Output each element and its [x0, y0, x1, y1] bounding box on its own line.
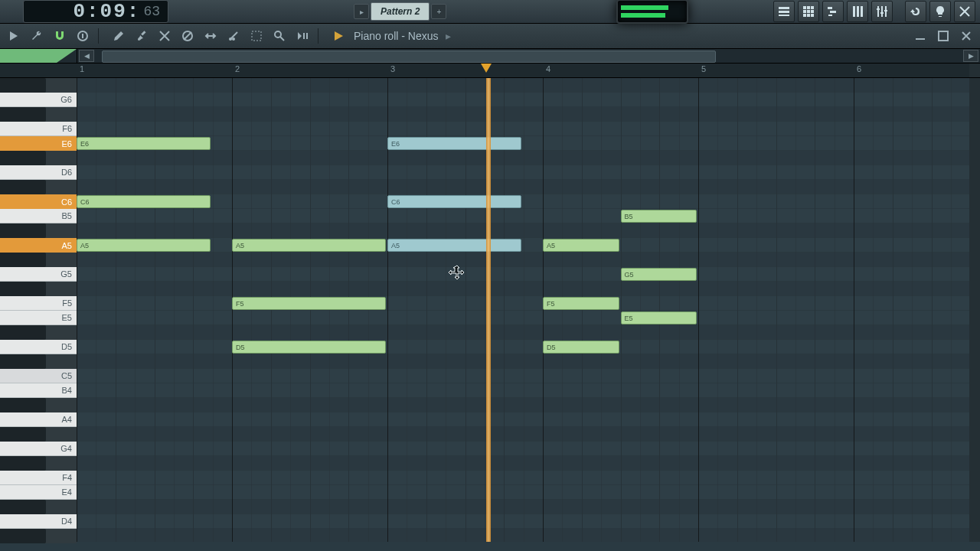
note-A5[interactable]: A5	[232, 239, 386, 252]
draw-pencil-icon[interactable]	[109, 27, 128, 45]
svg-rect-0	[779, 7, 789, 9]
note-E6[interactable]: E6	[387, 137, 521, 150]
piano-roll-top-icon[interactable]	[822, 1, 844, 22]
note-G5[interactable]: G5	[621, 268, 697, 281]
paint-brush-icon[interactable]	[132, 27, 151, 45]
svg-rect-10	[807, 14, 810, 17]
key-D4[interactable]: D4	[0, 514, 77, 529]
key-D6[interactable]: D6	[0, 165, 77, 180]
menu-triangle-icon[interactable]	[5, 27, 23, 45]
key-G5[interactable]: G5	[0, 267, 77, 282]
overview-corner[interactable]	[0, 49, 77, 63]
key-G4[interactable]: G4	[0, 442, 77, 456]
black-key[interactable]	[0, 456, 46, 471]
timeline-ruler[interactable]: 123456	[77, 64, 969, 77]
black-key[interactable]	[0, 282, 46, 296]
note-A5[interactable]: A5	[77, 239, 211, 252]
black-key[interactable]	[0, 107, 46, 122]
key-F5[interactable]: F5	[0, 296, 77, 311]
svg-rect-18	[877, 6, 879, 17]
key-E6[interactable]: E6	[0, 136, 77, 151]
black-key[interactable]	[0, 398, 46, 412]
time-display[interactable]: 0:09: 63	[23, 0, 168, 23]
bar-number: 2	[235, 64, 240, 73]
black-key[interactable]	[0, 325, 46, 340]
black-key[interactable]	[0, 151, 46, 165]
note-D5[interactable]: D5	[543, 341, 619, 354]
play-marker-icon[interactable]	[481, 64, 492, 73]
master-meter[interactable]	[616, 0, 688, 24]
overview-right-arrow[interactable]: ▶	[963, 50, 978, 62]
key-A4[interactable]: A4	[0, 412, 77, 427]
key-E5[interactable]: E5	[0, 311, 77, 325]
hint-icon[interactable]	[929, 1, 951, 22]
mixer-icon[interactable]	[871, 1, 893, 22]
step-seq-icon[interactable]	[798, 1, 819, 22]
pattern-add-button[interactable]: +	[431, 4, 446, 19]
key-F4[interactable]: F4	[0, 471, 77, 485]
svg-rect-4	[807, 6, 810, 9]
close-panel-icon[interactable]	[954, 1, 975, 22]
bar-number: 4	[546, 64, 550, 73]
pattern-name-lcd[interactable]: Pattern 2	[371, 2, 430, 21]
black-key[interactable]	[0, 427, 46, 442]
key-D5[interactable]: D5	[0, 340, 77, 354]
note-E6[interactable]: E6	[77, 137, 211, 150]
svg-rect-1	[779, 11, 789, 13]
note-F5[interactable]: F5	[543, 297, 619, 310]
note-D5[interactable]: D5	[232, 341, 386, 354]
channel-dropdown-icon[interactable]: ▸	[446, 30, 451, 42]
maximize-icon[interactable]	[934, 27, 952, 45]
playhead[interactable]	[486, 78, 491, 542]
key-F6[interactable]: F6	[0, 122, 77, 136]
svg-rect-17	[861, 6, 863, 17]
note-E5[interactable]: E5	[621, 311, 697, 324]
select-tool-icon[interactable]	[247, 27, 266, 45]
note-F5[interactable]: F5	[232, 297, 386, 310]
vertical-scrollbar[interactable]	[969, 78, 980, 542]
undo-history-icon[interactable]	[905, 1, 926, 22]
tools-wrench-icon[interactable]	[28, 27, 46, 45]
note-A5[interactable]: A5	[543, 239, 619, 252]
key-A5[interactable]: A5	[0, 238, 77, 253]
key-G6[interactable]: G6	[0, 93, 77, 107]
pattern-prev-button[interactable]: ▸	[354, 4, 369, 19]
black-key[interactable]	[0, 500, 46, 514]
minimize-icon[interactable]	[911, 27, 929, 45]
browser-icon[interactable]	[847, 1, 868, 22]
snap-magnet-icon[interactable]	[51, 27, 69, 45]
note-A5[interactable]: A5	[387, 239, 521, 252]
key-E4[interactable]: E4	[0, 485, 77, 500]
key-B4[interactable]: B4	[0, 383, 77, 398]
overview-left-arrow[interactable]: ◀	[79, 50, 94, 62]
note-C6[interactable]: C6	[387, 195, 521, 208]
play-icon[interactable]	[329, 27, 348, 45]
slice-tool-icon[interactable]	[224, 27, 243, 45]
key-C6[interactable]: C6	[0, 194, 77, 209]
overview-scroll[interactable]	[96, 49, 962, 63]
black-key[interactable]	[0, 253, 46, 267]
black-key[interactable]	[0, 223, 46, 238]
mute-tool-icon[interactable]	[178, 27, 197, 45]
note-grid[interactable]: E6C6A5A5F5D5E6C6A5A5F5D5B5G5E5	[77, 78, 969, 542]
delete-cut-icon[interactable]	[155, 27, 174, 45]
black-key[interactable]	[0, 529, 46, 543]
black-key[interactable]	[0, 354, 46, 369]
note-C6[interactable]: C6	[77, 195, 211, 208]
playlist-icon[interactable]	[773, 1, 795, 22]
piano-keyboard[interactable]: G6F6E6D6C6B5A5G5F5E5D5C5B4A4G4F4E4D4	[0, 78, 77, 542]
slip-tool-icon[interactable]	[201, 27, 220, 45]
black-key[interactable]	[0, 180, 46, 194]
svg-rect-23	[884, 10, 887, 11]
close-icon[interactable]	[957, 27, 975, 45]
svg-rect-7	[807, 10, 810, 13]
key-C5[interactable]: C5	[0, 369, 77, 383]
playback-tool-icon[interactable]	[293, 27, 312, 45]
zoom-tool-icon[interactable]	[270, 27, 289, 45]
move-cursor-icon	[449, 265, 466, 282]
key-B5[interactable]: B5	[0, 209, 77, 223]
overview-thumb[interactable]	[102, 51, 716, 63]
note-B5[interactable]: B5	[621, 210, 697, 223]
black-key[interactable]	[0, 78, 46, 93]
options-list-icon[interactable]	[74, 27, 92, 45]
